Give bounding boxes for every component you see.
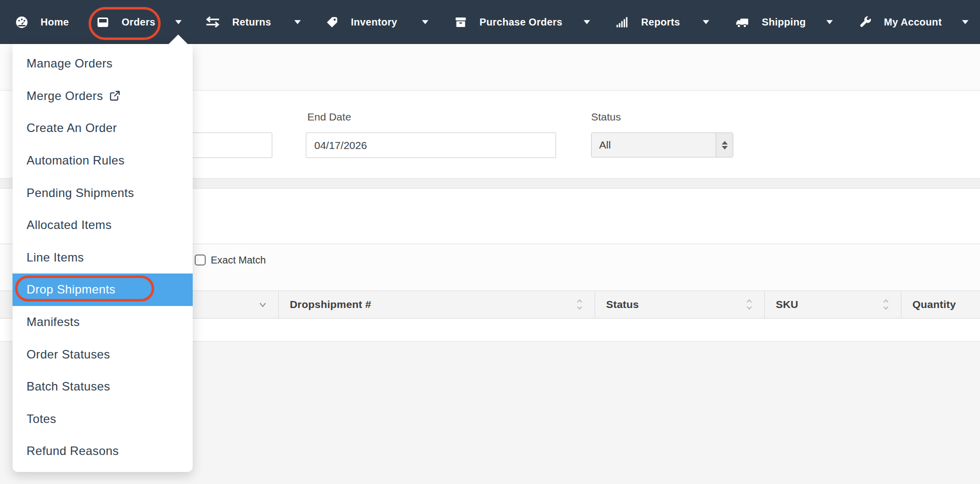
nav-item-reports[interactable]: Reports <box>615 0 680 44</box>
nav-item-label: Inventory <box>351 16 397 28</box>
nav-item-home[interactable]: Home <box>15 0 69 44</box>
chevron-down-icon[interactable] <box>961 0 969 44</box>
top-navbar: Home Orders Returns Inventory Purchase O <box>0 0 980 44</box>
orders-dropdown-menu: Manage Orders Merge Orders Create An Ord… <box>13 44 193 472</box>
status-select-value: All <box>592 139 716 151</box>
nav-item-label: Orders <box>122 16 155 28</box>
tag-icon <box>325 16 339 29</box>
menu-item-totes[interactable]: Totes <box>13 403 193 436</box>
menu-item-order-statuses[interactable]: Order Statuses <box>13 338 193 370</box>
dashboard-icon <box>15 16 29 29</box>
nav-item-shipping[interactable]: Shipping <box>735 0 806 44</box>
external-link-icon <box>109 90 121 102</box>
nav-item-my-account[interactable]: My Account <box>859 0 942 44</box>
menu-item-create-an-order[interactable]: Create An Order <box>13 112 193 144</box>
status-label: Status <box>591 111 621 123</box>
menu-item-merge-orders[interactable]: Merge Orders <box>13 80 193 112</box>
nav-item-purchase-orders[interactable]: Purchase Orders <box>454 0 563 44</box>
bar-chart-icon <box>615 16 629 29</box>
menu-item-pending-shipments[interactable]: Pending Shipments <box>13 176 193 209</box>
status-select[interactable]: All <box>591 132 733 158</box>
chevron-down-icon[interactable] <box>294 0 301 44</box>
returns-arrows-icon <box>205 16 220 28</box>
chevron-down-icon[interactable] <box>702 0 710 44</box>
nav-item-label: Returns <box>232 16 271 28</box>
sort-icon <box>882 298 890 311</box>
column-header-status[interactable]: Status <box>595 291 764 318</box>
menu-item-batch-statuses[interactable]: Batch Statuses <box>13 370 193 403</box>
box-icon <box>454 16 467 29</box>
column-header-dropshipment[interactable]: Dropshipment # <box>278 291 595 318</box>
exact-match-checkbox[interactable] <box>195 254 206 266</box>
menu-item-line-items[interactable]: Line Items <box>13 242 193 274</box>
menu-item-allocated-items[interactable]: Allocated Items <box>13 209 193 242</box>
exact-match-label: Exact Match <box>211 254 266 266</box>
menu-item-drop-shipments[interactable]: Drop Shipments <box>13 274 193 306</box>
nav-item-label: My Account <box>884 16 942 28</box>
nav-item-label: Reports <box>641 16 680 28</box>
chevron-down-icon[interactable] <box>583 0 591 44</box>
chevron-down-icon[interactable] <box>826 0 833 44</box>
orders-tray-icon <box>96 16 110 29</box>
nav-item-label: Purchase Orders <box>479 16 563 28</box>
menu-item-manifests[interactable]: Manifests <box>13 306 193 338</box>
menu-item-manage-orders[interactable]: Manage Orders <box>13 48 193 80</box>
dropdown-pointer <box>169 34 188 44</box>
nav-item-returns[interactable]: Returns <box>205 0 271 44</box>
nav-item-label: Shipping <box>762 16 806 28</box>
end-date-input[interactable] <box>306 132 556 158</box>
sort-icon <box>745 298 753 311</box>
menu-item-refund-reasons[interactable]: Refund Reasons <box>13 435 193 468</box>
chevron-down-icon[interactable] <box>421 0 429 44</box>
stepper-icon <box>716 133 733 157</box>
truck-icon <box>735 16 750 29</box>
column-header-sku[interactable]: SKU <box>764 291 901 318</box>
nav-item-label: Home <box>41 16 69 28</box>
wrench-icon <box>859 16 872 28</box>
nav-item-inventory[interactable]: Inventory <box>325 0 397 44</box>
end-date-label: End Date <box>307 111 351 123</box>
menu-item-automation-rules[interactable]: Automation Rules <box>13 144 193 177</box>
app-window: Home Orders Returns Inventory Purchase O <box>0 0 980 484</box>
column-header-quantity[interactable]: Quantity <box>901 291 980 318</box>
nav-item-orders[interactable]: Orders <box>96 0 155 44</box>
sort-icon <box>576 298 584 311</box>
chevron-down-icon <box>258 301 267 308</box>
